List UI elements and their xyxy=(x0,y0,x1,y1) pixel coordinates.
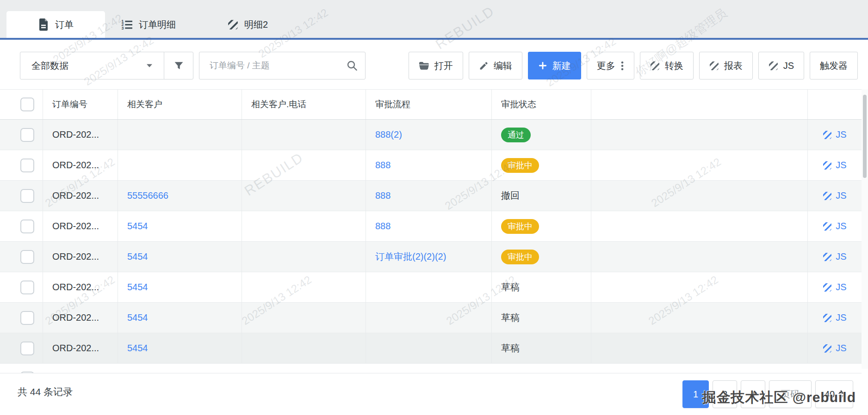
customer-link[interactable]: 5454 xyxy=(127,251,148,262)
cell-approval-flow xyxy=(366,303,492,333)
row-checkbox[interactable] xyxy=(20,311,34,325)
approval-flow-link[interactable]: 888 xyxy=(375,221,391,232)
row-js-action[interactable]: JS xyxy=(808,120,862,150)
striped-entity-icon xyxy=(228,19,238,30)
column-header-label: 订单编号 xyxy=(52,98,87,110)
table-row[interactable]: ORD-202...55556666888撤回JS xyxy=(0,181,862,211)
select-all-checkbox[interactable] xyxy=(20,98,34,111)
order-no-text: ORD-202... xyxy=(52,343,99,354)
page-size-stepper[interactable]: 40 xyxy=(815,380,853,408)
page-1-button[interactable]: 1 xyxy=(682,380,709,408)
scrollbar-thumb[interactable] xyxy=(863,95,867,178)
convert-button[interactable]: 转换 xyxy=(640,52,694,79)
order-no-text: ORD-202... xyxy=(52,190,99,201)
table-row[interactable]: ORD-202...5454订单审批(2)(2)(2)审批中JS xyxy=(0,242,862,272)
row-checkbox[interactable] xyxy=(20,250,34,264)
table-row[interactable]: ORD-202...5454888审批中JS xyxy=(0,211,862,242)
striped-entity-icon xyxy=(823,222,832,231)
row-js-action[interactable]: JS xyxy=(808,181,862,211)
row-checkbox[interactable] xyxy=(20,128,34,142)
vertical-scrollbar[interactable] xyxy=(862,89,868,369)
trigger-button[interactable]: 触发器 xyxy=(810,52,858,79)
row-select-cell xyxy=(0,181,43,211)
row-checkbox[interactable] xyxy=(20,281,34,294)
search-input[interactable] xyxy=(209,60,341,71)
js-action-label: JS xyxy=(836,343,846,354)
js-action-label: JS xyxy=(836,312,846,323)
js-action-label: JS xyxy=(836,129,846,140)
row-checkbox[interactable] xyxy=(20,159,34,172)
table-row[interactable]: ORD-202...888(2)通过JS xyxy=(0,120,862,150)
customer-link[interactable]: 5454 xyxy=(127,312,148,323)
cell-approval-flow: 订单审批(2)(2)(2) xyxy=(366,242,492,272)
search-field xyxy=(199,52,366,79)
row-checkbox[interactable] xyxy=(20,372,34,373)
striped-entity-icon xyxy=(709,61,719,71)
cell-order-no: ORD-202... xyxy=(43,181,118,211)
status-badge: 审批中 xyxy=(501,219,539,234)
js-button[interactable]: JS xyxy=(758,52,804,79)
approval-flow-link[interactable]: 888 xyxy=(375,160,391,171)
data-filter-select[interactable]: 全部数据 xyxy=(20,52,164,79)
advanced-filter-button[interactable] xyxy=(164,52,193,79)
tab-bar: 订单 订单明细 明细2 xyxy=(0,0,868,38)
row-js-action[interactable]: JS xyxy=(808,211,862,241)
cell-empty xyxy=(591,150,808,180)
row-js-action[interactable]: JS xyxy=(808,150,862,180)
customer-link[interactable]: 55556666 xyxy=(127,190,168,201)
search-icon[interactable] xyxy=(347,60,358,71)
status-text: 草稿 xyxy=(501,281,520,293)
cell-approval-status: 撤回 xyxy=(492,181,591,211)
approval-flow-link[interactable]: 888 xyxy=(375,190,391,201)
striped-entity-icon xyxy=(823,191,832,201)
edit-button[interactable]: 编辑 xyxy=(469,52,522,79)
page-jump-button[interactable]: 页码 xyxy=(769,380,812,408)
table-body: ORD-202...888(2)通过JSORD-202...888审批中JSOR… xyxy=(0,120,862,373)
more-button[interactable]: 更多 xyxy=(587,52,634,79)
customer-link[interactable]: 5454 xyxy=(127,221,148,232)
create-button-label: 新建 xyxy=(552,60,571,72)
status-badge: 审批中 xyxy=(501,250,539,264)
approval-flow-link[interactable]: 订单审批(2)(2)(2) xyxy=(375,250,446,263)
cell-approval-status: 草稿 xyxy=(492,303,591,333)
table-row-partial xyxy=(0,364,862,373)
column-header-label: 审批流程 xyxy=(375,98,410,110)
stepper-arrows-icon[interactable] xyxy=(838,390,844,399)
customer-link[interactable]: 5454 xyxy=(127,282,148,293)
pagination: 1 2 页码 40 xyxy=(682,380,853,408)
status-text: 草稿 xyxy=(501,311,520,324)
table-row[interactable]: ORD-202...5454草稿JS xyxy=(0,303,862,333)
column-header-label: 审批状态 xyxy=(501,98,536,110)
table-row[interactable]: ORD-202...5454草稿JS xyxy=(0,333,862,364)
row-js-action[interactable]: JS xyxy=(808,333,862,363)
striped-entity-icon xyxy=(823,344,832,353)
page-2-button[interactable]: 2 xyxy=(713,380,737,408)
row-js-action[interactable]: JS xyxy=(808,303,862,333)
order-no-text: ORD-202... xyxy=(52,251,99,262)
row-checkbox[interactable] xyxy=(20,189,34,203)
js-action-label: JS xyxy=(836,251,846,262)
row-checkbox[interactable] xyxy=(20,342,34,355)
table-row[interactable]: ORD-202...5454草稿JS xyxy=(0,272,862,303)
tab-order[interactable]: 订单 xyxy=(6,11,105,38)
table-row[interactable]: ORD-202...888审批中JS xyxy=(0,150,862,181)
tab-order-detail[interactable]: 订单明细 xyxy=(121,11,176,38)
cell-approval-status: 草稿 xyxy=(492,333,591,363)
cell-approval-flow: 888 xyxy=(366,211,492,241)
approval-flow-link[interactable]: 888(2) xyxy=(375,129,402,140)
cell-empty xyxy=(591,181,808,211)
next-page-button[interactable] xyxy=(741,380,765,408)
column-header: 审批流程 xyxy=(366,90,492,119)
tab-detail2[interactable]: 明细2 xyxy=(228,11,268,38)
row-js-action[interactable]: JS xyxy=(808,272,862,302)
row-select-cell xyxy=(0,242,43,272)
open-button[interactable]: 打开 xyxy=(409,52,463,79)
striped-entity-icon xyxy=(823,161,832,170)
report-button[interactable]: 报表 xyxy=(699,52,753,79)
row-js-action[interactable]: JS xyxy=(808,242,862,272)
create-button[interactable]: 新建 xyxy=(528,52,581,79)
row-checkbox[interactable] xyxy=(20,220,34,233)
customer-link[interactable]: 5454 xyxy=(127,343,148,354)
cell-customer-phone xyxy=(242,181,366,211)
cell-customer: 5454 xyxy=(118,272,242,302)
